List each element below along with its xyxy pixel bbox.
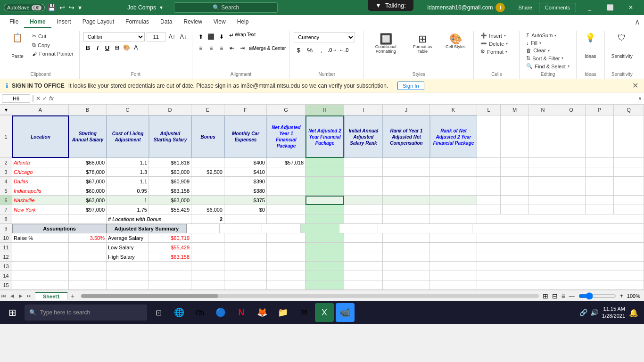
cell-i13[interactable] (344, 262, 383, 271)
row-num-4[interactable]: 4 (0, 177, 12, 186)
align-bottom-button[interactable]: ⬇ (217, 32, 226, 41)
sensitivity-button[interactable]: 🛡 Sensitivity (609, 32, 636, 60)
add-sheet-button[interactable]: + (68, 291, 77, 301)
cell-c5[interactable]: 0.95 (107, 186, 149, 196)
insert-function-icon[interactable]: fx (49, 95, 53, 102)
cell-l5[interactable] (477, 186, 501, 196)
cell-n5[interactable] (529, 186, 557, 196)
cell-f8[interactable] (224, 214, 267, 224)
decrease-decimal-button[interactable]: ←.0 (339, 45, 348, 55)
cell-h13[interactable] (305, 262, 344, 271)
cell-l6[interactable] (477, 196, 501, 205)
cell-q6[interactable] (614, 196, 644, 205)
italic-button[interactable]: I (94, 44, 101, 52)
cell-o2[interactable] (557, 158, 586, 167)
col-header-q[interactable]: Q (614, 105, 644, 115)
row-num-13[interactable]: 13 (0, 262, 12, 271)
cell-d13[interactable] (149, 262, 191, 271)
merge-center-button[interactable]: ⊞Merge & Center (249, 43, 286, 53)
cell-f3[interactable]: $410 (224, 167, 267, 177)
sort-filter-button[interactable]: ⇅ Sort & Filter ▾ (523, 55, 572, 62)
cell-n4[interactable] (529, 177, 557, 186)
cell-g2[interactable]: $57,018 (267, 158, 305, 167)
cell-rest10[interactable] (477, 233, 644, 243)
cell-j10[interactable] (383, 233, 430, 243)
cell-j15[interactable] (383, 280, 430, 290)
tab-help[interactable]: Help (231, 16, 255, 28)
cell-j9[interactable] (378, 224, 425, 233)
cell-d7[interactable]: $55,429 (149, 205, 191, 214)
cell-h3[interactable] (305, 167, 344, 177)
cell-h14[interactable] (305, 271, 344, 280)
tab-insert[interactable]: Insert (51, 16, 77, 28)
cell-rest12[interactable] (477, 252, 644, 262)
cell-styles-button[interactable]: 🎨 Cell Styles (441, 32, 470, 51)
cell-h1[interactable]: Net Adjusted 2 Year Financial Package (305, 115, 344, 158)
cell-h10[interactable] (305, 233, 344, 243)
tab-data[interactable]: Data (155, 16, 178, 28)
cell-b1[interactable]: Starting Annual Salary (69, 115, 107, 158)
border-icon[interactable]: ⊞ (114, 43, 120, 52)
cell-o1[interactable] (557, 115, 586, 158)
sheet-first-button[interactable]: ⏮ (0, 292, 8, 300)
paste-button[interactable]: 📋 Paste (6, 32, 29, 60)
notification-close-button[interactable]: ✕ (632, 81, 638, 90)
cell-d10[interactable]: $60,719 (149, 233, 191, 243)
font-size-input[interactable] (147, 32, 165, 41)
cell-q2[interactable] (614, 158, 644, 167)
cell-o3[interactable] (557, 167, 586, 177)
insert-button[interactable]: ➕ Insert ▾ (478, 32, 515, 39)
cell-k15[interactable] (430, 280, 477, 290)
cell-h12[interactable] (305, 252, 344, 262)
undo-icon[interactable]: ↩ (59, 4, 65, 11)
cell-d5[interactable]: $63,158 (149, 186, 191, 196)
cell-e13[interactable] (191, 262, 224, 271)
cell-f13[interactable] (224, 262, 267, 271)
cell-m4[interactable] (501, 177, 529, 186)
cell-b4[interactable]: $67,000 (69, 177, 107, 186)
cell-a4[interactable]: Dallas (12, 177, 69, 186)
cell-q4[interactable] (614, 177, 644, 186)
cell-f11[interactable] (224, 243, 267, 252)
cell-q7[interactable] (614, 205, 644, 214)
cell-b12[interactable] (69, 252, 107, 262)
cell-j11[interactable] (383, 243, 430, 252)
cell-g10[interactable] (267, 233, 305, 243)
cell-c6[interactable]: 1 (107, 196, 149, 205)
mail-icon[interactable]: ✉ (294, 303, 313, 322)
cell-g15[interactable] (267, 280, 305, 290)
cell-f6[interactable]: $375 (224, 196, 267, 205)
cell-k5[interactable] (430, 186, 477, 196)
cell-g11[interactable] (267, 243, 305, 252)
tab-page-layout[interactable]: Page Layout (77, 16, 120, 28)
col-header-i[interactable]: I (344, 105, 383, 115)
cell-b8[interactable] (69, 214, 107, 224)
cell-k11[interactable] (430, 243, 477, 252)
netflix-icon[interactable]: N (232, 303, 251, 322)
minimize-button[interactable]: ⎯ (580, 3, 599, 12)
cell-c2[interactable]: 1.1 (107, 158, 149, 167)
cell-c12[interactable]: High Salary (107, 252, 149, 262)
tab-file[interactable]: File (4, 16, 24, 28)
cell-g8[interactable] (267, 214, 305, 224)
col-header-k[interactable]: K (430, 105, 477, 115)
cell-h4[interactable] (305, 177, 344, 186)
row-num-9[interactable]: 9 (0, 224, 12, 233)
sheet-last-button[interactable]: ⏭ (25, 292, 33, 300)
cell-c10[interactable]: Average Salary (107, 233, 149, 243)
cell-h8[interactable] (305, 214, 344, 224)
cell-e3[interactable]: $2,500 (191, 167, 224, 177)
start-button[interactable]: ⊞ (2, 302, 23, 323)
cell-e12[interactable] (191, 252, 224, 262)
cell-b7[interactable]: $97,000 (69, 205, 107, 214)
cell-n2[interactable] (529, 158, 557, 167)
cell-k3[interactable] (430, 167, 477, 177)
confirm-formula-icon[interactable]: ✓ (42, 95, 47, 102)
cell-p7[interactable] (586, 205, 614, 214)
cell-f9[interactable] (220, 224, 262, 233)
cell-g5[interactable] (267, 186, 305, 196)
cell-c11[interactable]: Low Salary (107, 243, 149, 252)
col-header-a[interactable]: A (12, 105, 69, 115)
cell-a2[interactable]: Atlanta (12, 158, 69, 167)
cell-e1[interactable]: Bonus (191, 115, 224, 158)
